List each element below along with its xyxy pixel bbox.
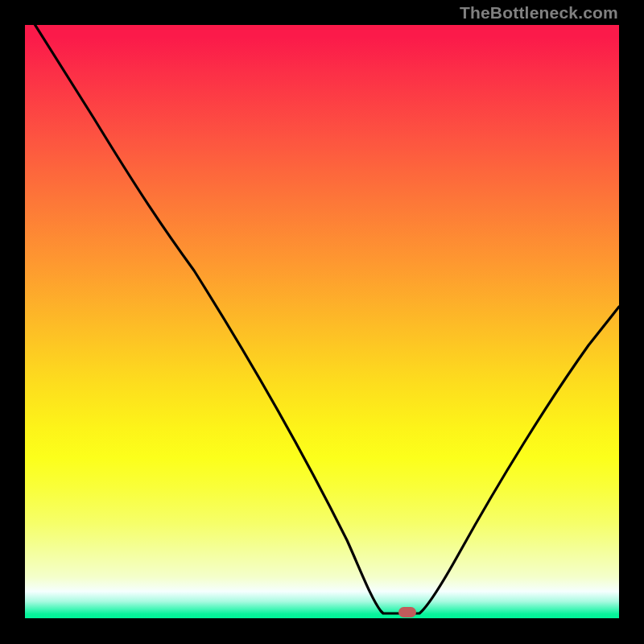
bottleneck-curve <box>25 25 619 618</box>
plot-area <box>25 25 619 618</box>
watermark-text: TheBottleneck.com <box>460 3 618 23</box>
chart-frame: TheBottleneck.com <box>0 0 644 644</box>
optimal-marker <box>398 607 416 617</box>
